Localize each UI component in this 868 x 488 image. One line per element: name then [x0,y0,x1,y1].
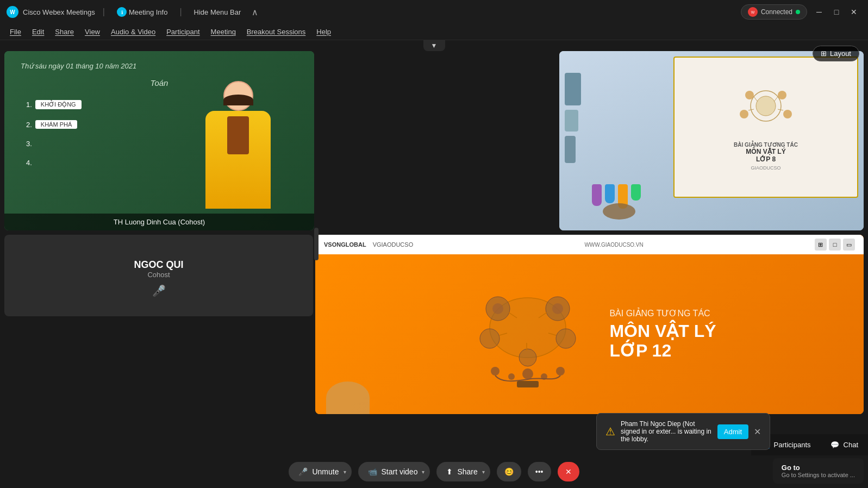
layout-button[interactable]: ⊞ Layout [813,46,859,61]
app-title: Cisco Webex Meetings [23,8,95,16]
physics-board-title2: MÔN VẬT LÝ [746,148,785,155]
presentation-text: BÀI GIẢNG TƯƠNG TÁC MÔN VẬT LÝ LỚP 12 [609,308,716,360]
svg-point-7 [756,96,776,116]
menu-help[interactable]: Help [311,26,336,38]
item4-num: 4. [26,159,32,167]
end-call-button[interactable]: ✕ [558,462,579,481]
maximize-button[interactable]: □ [829,4,844,20]
pres-ctrl-3[interactable]: ▭ [843,239,855,251]
menu-view[interactable]: View [79,26,105,38]
goto-subtitle: Go to Settings to activate ... [782,472,855,478]
meeting-info-label: Meeting Info [129,8,168,16]
share-icon: ⬆ [446,467,453,476]
chat-label: Chat [844,441,858,449]
svg-point-28 [552,303,563,314]
pres-logo2: VGIAODUCSO [373,241,414,248]
share-button[interactable]: ⬆ Share ▾ [436,462,490,481]
lobby-notification: ⚠ Pham Thi Ngoc Diep (Not signed in or e… [596,413,770,450]
minimize-button[interactable]: ─ [811,4,827,20]
scroll-indicator[interactable] [314,228,319,260]
connected-label: Connected [761,8,792,16]
svg-point-21 [519,349,536,366]
admit-button[interactable]: Admit [717,424,748,439]
meeting-info-icon: ℹ [117,7,127,17]
emoji-button[interactable]: 😊 [497,462,521,481]
svg-point-9 [778,91,786,99]
menu-share[interactable]: Share [49,26,79,38]
top-right-video: BÀI GIẢNG TƯƠNG TÁC MÔN VẬT LÝ LỚP 8 GIA… [559,51,864,230]
blackboard-subject: Toán [151,78,168,87]
video-dropdown-arrow: ▾ [422,469,424,475]
window-controls: ─ □ ✕ [811,4,861,20]
svg-point-31 [522,368,533,379]
share-label: Share [457,467,477,476]
svg-point-33 [556,367,565,376]
share-dropdown-arrow: ▾ [482,469,485,475]
svg-line-13 [774,97,778,102]
pres-logo1: VSONGLOBAL [324,241,366,248]
pres-url: WWW.GIAODUCSO.VN [584,242,643,248]
connected-badge: W Connected [741,4,807,20]
hide-menu-button[interactable]: Hide Menu Bar [190,6,246,18]
teacher-figure [205,81,271,209]
participant-name: NGOC QUI [134,259,183,271]
activate-windows-panel: Go to Go to Settings to activate ... [773,458,864,484]
blackboard-date: Thứ sáu ngày 01 tháng 10 năm 2021 [21,62,136,70]
physics-board-title1: BÀI GIẢNG TƯƠNG TÁC [734,142,798,148]
item3-num: 3. [26,140,32,148]
pres-subtitle: BÀI GIẢNG TƯƠNG TÁC [609,308,710,318]
close-button[interactable]: ✕ [846,4,861,20]
svg-point-11 [783,110,792,118]
teacher-decoration [227,116,249,154]
chevron-down-icon: ▼ [431,42,438,49]
pres-grade: LỚP 12 [609,341,671,360]
microphone-icon: 🎤 [298,467,308,476]
item2-num: 2. [26,121,32,129]
participants-label: Participants [774,441,811,449]
mute-icon: 🎤 [152,284,166,297]
chevron-up-icon: ∧ [252,7,258,17]
item1-badge: KHỞI ĐỘNG [35,100,82,109]
meeting-info-button[interactable]: ℹ Meeting Info [113,5,172,19]
start-video-label: Start video [382,467,418,476]
unmute-label: Unmute [312,467,339,476]
menu-file[interactable]: File [4,26,27,38]
svg-text:W: W [751,10,755,14]
notification-message: Pham Thi Ngoc Diep (Not signed in or ext… [621,420,712,443]
pres-controls: ⊞ □ ▭ [815,239,855,251]
svg-point-29 [491,367,499,376]
pres-ctrl-2[interactable]: □ [829,239,841,251]
start-video-button[interactable]: 📹 Start video ▾ [358,462,430,481]
title-bar: W Cisco Webex Meetings | ℹ Meeting Info … [0,0,868,24]
svg-point-19 [480,329,499,348]
video-icon: 📹 [368,467,377,476]
blackboard-items: 1. KHỞI ĐỘNG 2. KHÁM PHÁ 3. 4. [26,100,82,167]
participant-panel: NGOC QUI Cohost 🎤 [4,235,313,316]
elderly-figure [326,381,370,414]
unmute-button[interactable]: 🎤 Unmute ▾ [289,462,351,481]
teacher-body [205,111,271,209]
notification-close-button[interactable]: ✕ [754,427,761,437]
chat-button[interactable]: 💬 Chat [821,434,868,455]
physics-board: BÀI GIẢNG TƯƠNG TÁC MÔN VẬT LÝ LỚP 8 GIA… [673,57,858,198]
brain-graphic [463,279,593,390]
item2-badge: KHÁM PHÁ [35,120,77,129]
more-options-button[interactable]: ••• [528,462,551,481]
menu-meeting[interactable]: Meeting [205,26,241,38]
pres-ctrl-1[interactable]: ⊞ [815,239,827,251]
chat-icon: 💬 [830,441,839,449]
collapse-panel-button[interactable]: ▼ [423,40,445,51]
menu-breakout-sessions[interactable]: Breakout Sessions [241,26,311,38]
goto-title: Go to [782,464,855,472]
physics-board-watermark: GIAODUCSO [751,165,780,171]
menu-audio-video[interactable]: Audio & Video [105,26,161,38]
svg-point-27 [492,303,503,314]
item1-num: 1. [26,101,32,109]
svg-rect-34 [517,381,539,387]
physics-presentation-panel: VSONGLOBAL VGIAODUCSO WWW.GIAODUCSO.VN ⊞… [315,235,864,414]
app-icon: W [7,6,18,18]
presentation-content: BÀI GIẢNG TƯƠNG TÁC MÔN VẬT LÝ LỚP 12 [315,254,864,414]
teacher-hair [223,95,253,105]
menu-edit[interactable]: Edit [27,26,49,38]
menu-participant[interactable]: Participant [161,26,205,38]
